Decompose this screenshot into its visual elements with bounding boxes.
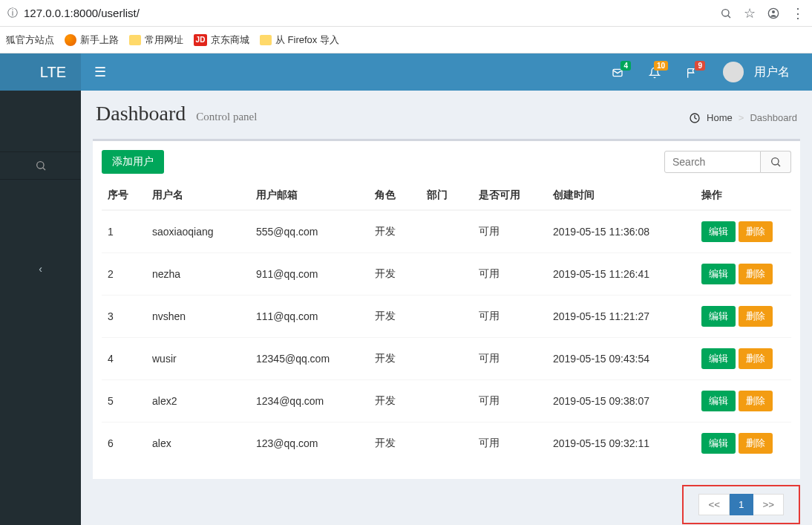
cell-dept	[421, 380, 473, 423]
cell-usable: 可用	[473, 253, 547, 296]
sidebar-search[interactable]	[0, 151, 81, 180]
page-title: Dashboard	[96, 102, 186, 125]
mail-icon[interactable]: 4	[603, 59, 632, 85]
col-role: 角色	[369, 181, 421, 210]
table-row: 6alex123@qq.com开发可用2019-05-15 09:32:11编辑…	[102, 423, 791, 465]
cell-created: 2019-05-15 09:38:07	[547, 380, 695, 423]
cell-dept	[421, 423, 473, 465]
bookmarks-bar: 狐官方站点 新手上路 常用网址 JD京东商城 从 Firefox 导入	[0, 27, 812, 53]
delete-button[interactable]: 删除	[739, 433, 773, 454]
table-row: 2nezha911@qq.com开发可用2019-05-15 11:26:41编…	[102, 253, 791, 296]
edit-button[interactable]: 编辑	[701, 348, 736, 369]
bookmark-item[interactable]: 狐官方站点	[6, 33, 54, 47]
bookmark-item[interactable]: 从 Firefox 导入	[260, 33, 339, 47]
logo[interactable]: LTE	[0, 53, 81, 91]
bell-badge: 10	[654, 61, 668, 71]
cell-username: saoxiaoqiang	[146, 210, 250, 253]
profile-icon[interactable]	[767, 5, 779, 21]
content-header: Dashboard Control panel Home > Dashboard	[81, 91, 812, 130]
bookmark-item[interactable]: 常用网址	[129, 33, 183, 47]
sidebar-collapse-icon[interactable]: ‹	[0, 254, 81, 284]
breadcrumb-current: Dashboard	[750, 112, 797, 123]
bookmark-label: 京东商城	[211, 33, 249, 47]
flag-icon[interactable]: 9	[677, 59, 707, 85]
bookmark-item[interactable]: JD京东商城	[194, 33, 249, 47]
breadcrumb-home[interactable]: Home	[707, 112, 733, 123]
svg-point-0	[722, 10, 729, 16]
edit-button[interactable]: 编辑	[701, 306, 736, 327]
cell-role: 开发	[369, 210, 421, 253]
delete-button[interactable]: 删除	[739, 348, 773, 369]
user-table: 序号 用户名 用户邮箱 角色 部门 是否可用 创建时间 操作 1saoxiaoq…	[102, 181, 791, 464]
table-row: 3nvshen111@qq.com开发可用2019-05-15 11:21:27…	[102, 296, 791, 338]
delete-button[interactable]: 删除	[739, 391, 773, 411]
edit-button[interactable]: 编辑	[701, 221, 736, 242]
cell-dept	[421, 210, 473, 253]
zoom-icon[interactable]	[720, 5, 732, 21]
cell-usable: 可用	[473, 296, 547, 338]
col-actions: 操作	[695, 181, 791, 210]
page-prev-button[interactable]: <<	[698, 494, 730, 515]
page-subtitle: Control panel	[196, 111, 257, 123]
dashboard-icon	[689, 111, 701, 124]
cell-created: 2019-05-15 11:26:41	[547, 253, 695, 296]
search-input[interactable]	[664, 151, 761, 173]
cell-username: nvshen	[146, 296, 250, 338]
delete-button[interactable]: 删除	[739, 306, 773, 327]
delete-button[interactable]: 删除	[739, 221, 773, 242]
edit-button[interactable]: 编辑	[701, 391, 736, 411]
svg-line-6	[42, 168, 45, 170]
user-menu[interactable]: 用户名	[714, 56, 799, 88]
cell-id: 4	[102, 338, 146, 380]
cell-id: 6	[102, 423, 146, 465]
add-user-button[interactable]: 添加用户	[102, 150, 164, 174]
page-number-button[interactable]: 1	[730, 494, 753, 515]
cell-dept	[421, 296, 473, 338]
cell-created: 2019-05-15 09:43:54	[547, 338, 695, 380]
cell-role: 开发	[369, 296, 421, 338]
cell-actions: 编辑删除	[695, 423, 791, 465]
svg-point-8	[772, 158, 779, 165]
cell-actions: 编辑删除	[695, 380, 791, 423]
col-username: 用户名	[146, 181, 250, 210]
folder-icon	[129, 35, 141, 45]
pagination: << 1 >>	[93, 485, 800, 524]
svg-line-1	[728, 16, 730, 18]
edit-button[interactable]: 编辑	[701, 433, 736, 454]
cell-role: 开发	[369, 253, 421, 296]
browser-menu-icon[interactable]: ⋮	[791, 5, 805, 22]
cell-id: 2	[102, 253, 146, 296]
sidebar-toggle-icon[interactable]: ☰	[81, 64, 119, 80]
sidebar: ‹	[0, 91, 81, 525]
url-text[interactable]: 127.0.0.1:8000/userlist/	[24, 7, 720, 19]
search-button[interactable]	[761, 151, 791, 173]
cell-email: 12345@qq.com	[250, 338, 369, 380]
cell-actions: 编辑删除	[695, 210, 791, 253]
table-row: 4wusir12345@qq.com开发可用2019-05-15 09:43:5…	[102, 338, 791, 380]
bookmark-label: 新手上路	[80, 33, 119, 47]
cell-usable: 可用	[473, 423, 547, 465]
edit-button[interactable]: 编辑	[701, 264, 736, 284]
site-info-icon[interactable]: ⓘ	[7, 7, 18, 20]
cell-email: 1234@qq.com	[250, 380, 369, 423]
cell-username: nezha	[146, 253, 250, 296]
browser-url-bar: ⓘ 127.0.0.1:8000/userlist/ ☆ ⋮	[0, 0, 812, 27]
bell-icon[interactable]: 10	[640, 59, 669, 85]
firefox-icon	[65, 34, 76, 46]
bookmark-label: 狐官方站点	[6, 33, 54, 47]
cell-created: 2019-05-15 11:21:27	[547, 296, 695, 338]
app-header: LTE ☰ 4 10 9 用户名	[0, 53, 812, 91]
bookmark-star-icon[interactable]: ☆	[744, 5, 756, 22]
search-icon	[35, 160, 47, 172]
cell-role: 开发	[369, 423, 421, 465]
delete-button[interactable]: 删除	[739, 264, 773, 284]
cell-id: 3	[102, 296, 146, 338]
cell-actions: 编辑删除	[695, 296, 791, 338]
cell-created: 2019-05-15 11:36:08	[547, 210, 695, 253]
cell-email: 911@qq.com	[250, 253, 369, 296]
cell-username: alex2	[146, 380, 250, 423]
avatar	[723, 62, 744, 82]
mail-badge: 4	[621, 61, 631, 71]
page-next-button[interactable]: >>	[753, 494, 784, 515]
bookmark-item[interactable]: 新手上路	[65, 33, 119, 47]
